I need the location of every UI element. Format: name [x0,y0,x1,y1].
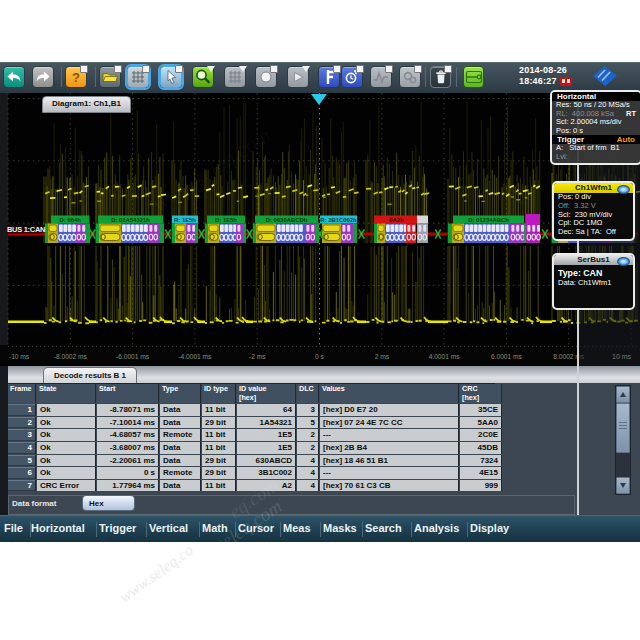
svg-text:D: 0630ABCDh: D: 0630ABCDh [266,217,308,223]
svg-text:R: 3B1C002h: R: 3B1C002h [320,217,357,223]
svg-text:0A2h: 0A2h [389,217,404,223]
svg-text:R: 1E5h: R: 1E5h [174,217,196,223]
svg-text:2 ms: 2 ms [375,353,390,360]
svg-text:D: 1E5h: D: 1E5h [215,217,237,223]
svg-text:-4.0001 ms: -4.0001 ms [178,353,212,360]
svg-text:BUS 1:CAN: BUS 1:CAN [7,225,45,234]
svg-text:4.0001 ms: 4.0001 ms [429,353,460,360]
svg-text:-10 ms: -10 ms [9,353,30,360]
svg-text:D: 064h: D: 064h [60,217,82,223]
svg-text:-2 ms: -2 ms [249,353,266,360]
svg-text:-6.0001 ms: -6.0001 ms [116,353,150,360]
svg-text:?: ? [72,70,80,85]
svg-text:-8.0002 ms: -8.0002 ms [54,353,88,360]
svg-text:10 ms: 10 ms [612,353,632,360]
svg-text:D: 01A54321h: D: 01A54321h [111,217,150,223]
svg-text:0 s: 0 s [315,353,324,360]
svg-text:6.0001 ms: 6.0001 ms [491,353,522,360]
svg-text:D: 01234ABCh: D: 01234ABCh [468,217,509,223]
